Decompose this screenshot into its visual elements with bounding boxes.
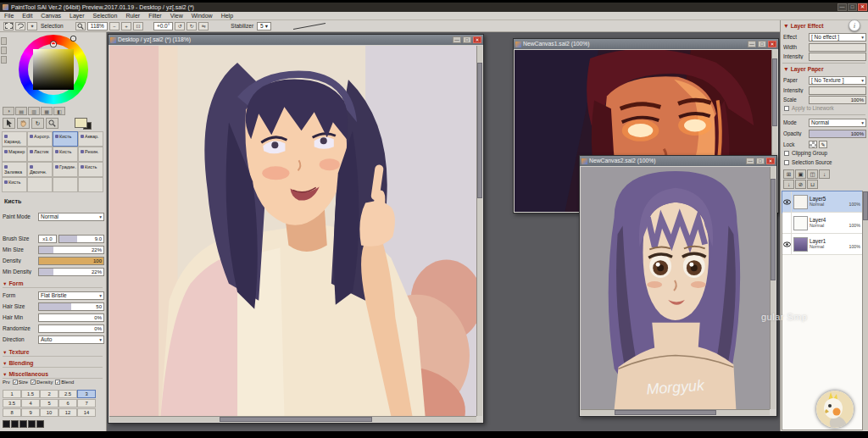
size-preset[interactable]: 7: [77, 399, 96, 408]
rotate-view-icon[interactable]: ↻: [31, 118, 44, 129]
layer-paper-header[interactable]: ▼ Layer Paper: [783, 66, 865, 72]
scrollbar-thumb[interactable]: [220, 417, 372, 422]
scrollbar-thumb[interactable]: [772, 58, 777, 126]
color-side-tab-3[interactable]: [1, 56, 7, 64]
size-preset[interactable]: 2: [40, 390, 58, 398]
size-preset[interactable]: 12: [58, 408, 77, 417]
color-history-swatch[interactable]: [3, 420, 10, 428]
hair-min-slider[interactable]: 0%: [38, 313, 104, 322]
lasso-select-icon[interactable]: [15, 22, 25, 30]
transfer-down-button[interactable]: ↓: [783, 180, 794, 189]
primary-color-swatch[interactable]: [75, 118, 87, 128]
hair-size-slider[interactable]: 50: [38, 302, 104, 311]
menu-ruler[interactable]: Ruler: [121, 12, 144, 20]
tool-brush-selected[interactable]: Кисть: [53, 131, 78, 147]
tool-pencil[interactable]: Каранд.: [2, 131, 27, 147]
blend-mode-dropdown[interactable]: Normal▾: [809, 119, 866, 127]
close-button[interactable]: ✕: [766, 158, 775, 164]
min-size-slider[interactable]: 22%: [38, 246, 104, 254]
selection-source-checkbox[interactable]: Selection Source: [784, 159, 832, 165]
size-preset[interactable]: 2.5: [58, 390, 77, 398]
layer-row-layer4[interactable]: Layer4 Normal100%: [782, 213, 862, 234]
layer-list-scrollbar[interactable]: [862, 191, 868, 430]
menu-canvas[interactable]: Canvas: [36, 12, 65, 20]
lock-pencil-icon[interactable]: ✎: [819, 141, 827, 148]
tool-watercolor[interactable]: Аквар.: [78, 131, 103, 147]
visibility-eye-icon-off[interactable]: [782, 213, 792, 234]
size-preset[interactable]: 1: [3, 390, 21, 398]
horizontal-scrollbar[interactable]: [581, 409, 770, 415]
menu-edit[interactable]: Edit: [18, 12, 36, 20]
tool-gradient[interactable]: Градие.: [53, 162, 78, 177]
maximize-button[interactable]: □: [463, 36, 471, 43]
canvas-window-titlebar[interactable]: Desktop / yz[.sai2 (*) (118%) — □ ✕: [108, 35, 483, 45]
effect-dropdown[interactable]: [ No effect ]▾: [809, 33, 866, 42]
marquee-select-icon[interactable]: [3, 22, 14, 30]
zoom-tool-icon[interactable]: [46, 118, 58, 129]
blend-checkbox[interactable]: ✓Blend: [55, 380, 74, 385]
tool-empty-slot[interactable]: [53, 177, 78, 192]
hue-marker[interactable]: [71, 36, 75, 41]
menu-window[interactable]: Window: [187, 12, 217, 20]
form-dropdown[interactable]: Flat Bristle▾: [38, 291, 104, 300]
vertical-scrollbar[interactable]: [476, 46, 482, 416]
canvas-surface-main[interactable]: [109, 46, 476, 416]
minimize-button[interactable]: —: [837, 3, 847, 11]
randomize-slider[interactable]: 0%: [38, 324, 104, 333]
magnifier-icon[interactable]: [75, 22, 86, 30]
clear-layer-button[interactable]: ⊘: [795, 180, 806, 189]
channel-avatar[interactable]: [816, 391, 854, 428]
saturation-value-square[interactable]: [33, 49, 74, 90]
hand-tool-icon[interactable]: [17, 118, 30, 129]
menu-layer[interactable]: Layer: [65, 12, 89, 20]
tool-fill[interactable]: Заливка: [2, 162, 27, 177]
tool-brush-3[interactable]: Кисть: [78, 162, 103, 177]
menu-filter[interactable]: Filter: [144, 12, 166, 20]
magic-wand-icon[interactable]: ✦: [27, 22, 37, 30]
cursor-tool-icon[interactable]: [3, 118, 15, 129]
brush-size-unit[interactable]: x1.0: [38, 235, 57, 243]
miscellaneous-section-header[interactable]: ▼Miscellaneous: [3, 371, 103, 379]
rotate-cw-button[interactable]: ↻: [186, 22, 197, 30]
size-preset[interactable]: 5: [40, 399, 58, 408]
new-folder-button[interactable]: ▣: [795, 169, 806, 179]
color-side-tab-1[interactable]: [1, 37, 7, 45]
layer-row-layer1[interactable]: Layer1 Normal100%: [782, 234, 862, 255]
direction-dropdown[interactable]: Auto▾: [38, 335, 104, 344]
tool-brush-4[interactable]: Кисть: [2, 177, 27, 192]
maximize-button[interactable]: □: [848, 3, 857, 11]
maximize-button[interactable]: □: [758, 41, 766, 47]
color-cursor[interactable]: [51, 42, 56, 47]
layer-row-layer5[interactable]: Layer5 Normal100%: [782, 191, 862, 213]
menu-help[interactable]: Help: [217, 12, 237, 20]
tool-rubber[interactable]: Резин.: [78, 147, 103, 162]
scrollbar-thumb[interactable]: [863, 191, 868, 220]
minimize-button[interactable]: —: [748, 41, 756, 47]
canvas-window-titlebar[interactable]: NewCanvas2.sai2 (100%) — □ ✕: [580, 156, 776, 166]
color-history-swatch[interactable]: [11, 420, 19, 428]
size-preset[interactable]: 14: [77, 408, 96, 417]
menu-view[interactable]: View: [166, 12, 187, 20]
paint-mode-dropdown[interactable]: Normal▾: [38, 213, 104, 221]
zoom-reset-button[interactable]: ⊡: [133, 22, 143, 30]
tool-eraser[interactable]: Ластик: [27, 147, 53, 162]
delete-layer-button[interactable]: ⊔: [807, 180, 818, 189]
visibility-eye-icon[interactable]: [782, 234, 792, 255]
brush-size-slider[interactable]: 9.0: [58, 235, 104, 243]
form-section-header[interactable]: ▼Form: [3, 280, 103, 288]
size-preset[interactable]: 6: [58, 399, 77, 408]
hsv-slider-tab[interactable]: ▥: [28, 107, 40, 115]
density-slider[interactable]: 100: [38, 257, 104, 265]
new-layer-button[interactable]: ⊞: [783, 169, 794, 179]
zoom-in-button[interactable]: +: [121, 22, 131, 30]
tool-marker[interactable]: Маркер: [2, 147, 27, 162]
flip-horizontal-button[interactable]: ⇋: [198, 22, 209, 30]
zoom-display[interactable]: 118%: [87, 22, 108, 30]
tool-empty-slot[interactable]: [27, 177, 53, 192]
size-preset[interactable]: 3.5: [3, 399, 21, 408]
color-history-swatch[interactable]: [28, 420, 36, 428]
tool-binary[interactable]: Двоичн.: [27, 162, 53, 177]
maximize-button[interactable]: □: [756, 158, 765, 164]
tool-empty-slot[interactable]: [78, 177, 103, 192]
stabilizer-dropdown[interactable]: 5 ▾: [257, 22, 271, 30]
